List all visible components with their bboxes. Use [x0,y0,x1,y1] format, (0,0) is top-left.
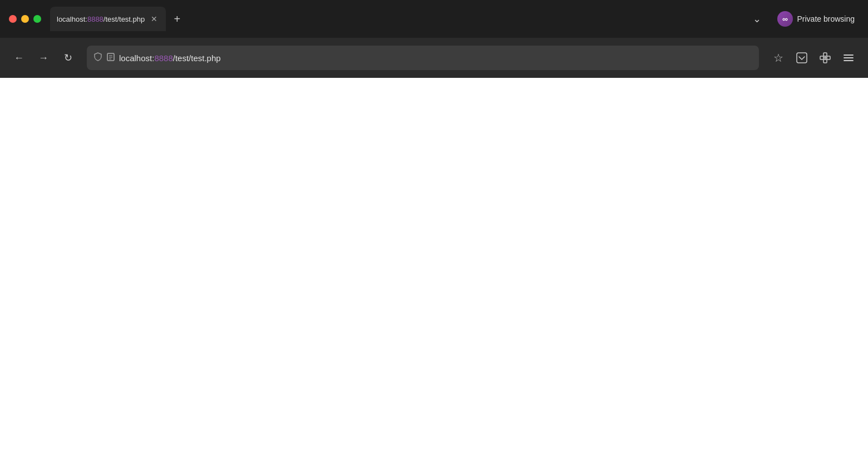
extensions-button[interactable] [815,47,836,68]
title-bar: localhost:8888/test/test.php ✕ + ⌄ ∞ Pri… [0,0,868,38]
svg-rect-7 [823,53,827,56]
close-window-button[interactable] [9,15,17,23]
url-host: localhost: [119,53,154,63]
url-port: 8888 [154,53,172,63]
tab-title-port: 8888 [87,15,103,23]
window-controls [9,15,41,23]
address-bar[interactable]: localhost:8888/test/test.php [87,46,759,70]
private-browsing-area: ∞ Private browsing [773,11,860,27]
minimize-window-button[interactable] [21,15,29,23]
address-display: localhost:8888/test/test.php [119,53,221,63]
forward-button[interactable]: → [33,48,53,68]
svg-rect-6 [827,56,830,60]
close-tab-button[interactable]: ✕ [149,14,159,24]
bookmark-button[interactable]: ☆ [768,47,789,68]
new-tab-button[interactable]: + [168,10,186,28]
tab-title: localhost:8888/test/test.php [57,15,145,23]
maximize-window-button[interactable] [33,15,41,23]
private-browsing-label: Private browsing [797,14,855,23]
nav-right-buttons: ☆ [768,47,859,68]
reload-button[interactable]: ↻ [58,48,78,68]
back-button[interactable]: ← [9,48,29,68]
tab-bar: localhost:8888/test/test.php ✕ + [50,7,399,31]
tab-title-path: /test/test.php [103,15,145,23]
private-icon-symbol: ∞ [782,14,787,23]
pocket-button[interactable] [791,47,812,68]
private-browsing-icon: ∞ [777,11,793,27]
nav-bar: ← → ↻ localhost:8888/test/test.php ☆ [0,38,868,78]
shield-icon [93,52,102,63]
page-icon [107,53,115,63]
svg-rect-4 [797,53,807,63]
menu-button[interactable] [838,47,859,68]
tab-title-host: localhost: [57,15,87,23]
url-path: /test/test.php [173,53,221,63]
tab-list-button[interactable]: ⌄ [748,10,766,28]
svg-rect-8 [823,60,827,63]
active-tab[interactable]: localhost:8888/test/test.php ✕ [50,7,166,31]
page-content [0,78,868,466]
svg-rect-5 [820,56,823,60]
